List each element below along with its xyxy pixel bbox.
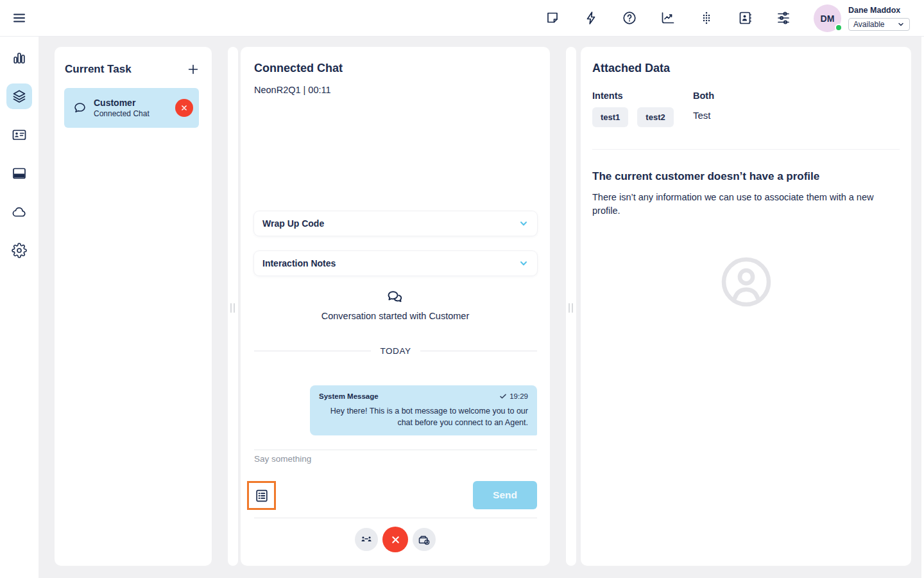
- user-avatar[interactable]: DM: [814, 4, 841, 32]
- end-chat-button[interactable]: [382, 527, 408, 552]
- add-task-button[interactable]: [186, 62, 201, 77]
- window-icon: [12, 166, 27, 181]
- nav-cloud-button[interactable]: [6, 199, 32, 225]
- cloud-icon: [12, 204, 27, 220]
- panel-resize-gutter-right[interactable]: [566, 47, 576, 566]
- divider-line: [420, 351, 537, 351]
- current-task-header: Current Task: [55, 47, 212, 77]
- wrap-up-code-label: Wrap Up Code: [262, 218, 324, 229]
- chat-session-info: NeonR2Q1 | 00:11: [254, 85, 331, 95]
- person-circle-icon: [719, 255, 773, 309]
- chat-message-input[interactable]: [254, 454, 524, 464]
- divider: [592, 149, 900, 150]
- dialpad-button[interactable]: [699, 10, 714, 26]
- avatar-initials: DM: [821, 13, 835, 24]
- close-task-button[interactable]: [175, 99, 193, 117]
- divider: [254, 450, 537, 450]
- chat-bubble-icon: [73, 101, 87, 116]
- intent-chip: test1: [592, 107, 628, 127]
- notes-icon: [545, 10, 560, 26]
- chevron-down-icon: [518, 258, 529, 268]
- close-icon: [180, 103, 189, 112]
- task-type: Connected Chat: [94, 109, 150, 118]
- current-task-panel: Current Task Customer Connected Chat: [55, 47, 212, 566]
- chat-action-bar: [241, 527, 550, 552]
- hamburger-menu-button[interactable]: [10, 8, 29, 28]
- lightning-icon: [583, 10, 599, 26]
- intents-label: Intents: [592, 91, 623, 101]
- day-divider: TODAY: [254, 346, 537, 356]
- both-label: Both: [693, 91, 714, 101]
- system-message-header: System Message 19:29: [319, 392, 528, 400]
- quick-launch-button[interactable]: [583, 10, 599, 26]
- status-select-value: Available: [853, 20, 884, 29]
- status-select[interactable]: Available: [848, 18, 910, 31]
- profile-placeholder: [581, 255, 911, 309]
- user-name: Dane Maddox: [848, 6, 900, 15]
- quick-replies-button[interactable]: [252, 486, 271, 505]
- panel-resize-gutter-left[interactable]: [228, 47, 238, 566]
- address-book-icon: [737, 10, 753, 26]
- masking-button[interactable]: [413, 528, 436, 551]
- conversation-started-block: Conversation started with Customer: [241, 290, 550, 321]
- left-nav-rail: [0, 37, 38, 578]
- attached-data-panel: Attached Data Intents Both test1 test2 T…: [581, 47, 911, 566]
- topbar-icon-group: [545, 10, 791, 26]
- day-divider-label: TODAY: [380, 346, 411, 356]
- nav-apps-button[interactable]: [6, 161, 32, 186]
- nav-dashboard-button[interactable]: [6, 45, 32, 71]
- resize-grip-icon[interactable]: [230, 303, 235, 313]
- transfer-icon: [359, 532, 373, 547]
- main-area: Current Task Customer Connected Chat: [38, 37, 924, 578]
- message-meta: 19:29: [499, 392, 528, 400]
- divider-line: [254, 351, 371, 351]
- layers-icon: [12, 89, 27, 104]
- quick-replies-highlight-box: [247, 481, 276, 510]
- nav-directory-button[interactable]: [6, 122, 32, 148]
- topbar: DM Dane Maddox Available: [0, 0, 924, 37]
- intents-chip-list: test1 test2: [592, 107, 674, 127]
- chat-bubbles-icon: [241, 290, 550, 306]
- message-sender: System Message: [319, 392, 379, 400]
- chevron-down-icon: [518, 218, 529, 229]
- dialpad-icon: [699, 10, 714, 26]
- masking-icon: [417, 532, 431, 547]
- system-message-bubble: System Message 19:29 Hey there! This is …: [310, 385, 537, 435]
- task-item-customer[interactable]: Customer Connected Chat: [64, 88, 199, 128]
- nav-settings-button[interactable]: [6, 238, 32, 263]
- scrollbar-track[interactable]: [921, 37, 924, 578]
- list-icon: [254, 488, 270, 504]
- resize-grip-icon[interactable]: [569, 303, 573, 313]
- both-value: Test: [693, 110, 711, 121]
- transfer-button[interactable]: [355, 528, 378, 551]
- bar-chart-icon: [12, 50, 27, 66]
- help-button[interactable]: [622, 10, 637, 26]
- sliders-icon: [776, 10, 791, 26]
- no-profile-title: The current customer doesn’t have a prof…: [592, 170, 819, 183]
- message-time: 19:29: [509, 392, 528, 400]
- message-text: Hey there! This is a bot message to welc…: [319, 406, 528, 428]
- plus-icon: [186, 62, 201, 76]
- chevron-down-icon: [897, 21, 905, 28]
- status-dot: [835, 24, 843, 31]
- help-icon: [622, 10, 637, 26]
- wrap-up-code-accordion[interactable]: Wrap Up Code: [254, 211, 537, 236]
- interaction-notes-label: Interaction Notes: [262, 258, 336, 268]
- divider: [254, 518, 537, 518]
- reports-button[interactable]: [660, 10, 676, 26]
- send-button[interactable]: Send: [473, 481, 537, 509]
- chat-title: Connected Chat: [254, 62, 343, 75]
- task-name: Customer: [94, 98, 150, 108]
- interaction-notes-accordion[interactable]: Interaction Notes: [254, 251, 537, 276]
- hamburger-icon: [12, 10, 27, 26]
- connected-chat-panel: Connected Chat NeonR2Q1 | 00:11 Wrap Up …: [241, 47, 550, 566]
- conversation-started-text: Conversation started with Customer: [241, 311, 550, 321]
- notes-button[interactable]: [545, 10, 560, 26]
- task-item-text: Customer Connected Chat: [94, 98, 150, 118]
- attached-data-title: Attached Data: [592, 62, 670, 75]
- nav-interactions-button[interactable]: [6, 83, 32, 109]
- preferences-button[interactable]: [776, 10, 791, 26]
- no-profile-text: There isn’t any information we can use t…: [592, 191, 899, 218]
- gear-icon: [12, 243, 27, 258]
- address-book-button[interactable]: [737, 10, 753, 26]
